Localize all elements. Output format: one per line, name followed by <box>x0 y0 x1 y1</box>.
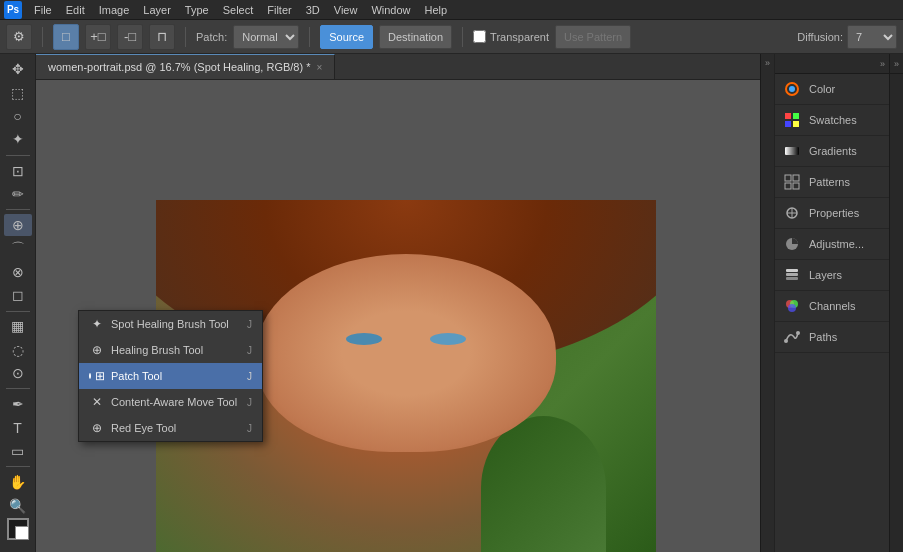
tool-sep5 <box>6 466 30 467</box>
patch-intersect-btn[interactable]: ⊓ <box>149 24 175 50</box>
menu-view[interactable]: View <box>328 2 364 18</box>
svg-rect-2 <box>785 113 791 119</box>
menu-edit[interactable]: Edit <box>60 2 91 18</box>
menu-3d[interactable]: 3D <box>300 2 326 18</box>
source-btn[interactable]: Source <box>320 25 373 49</box>
panel-swatches[interactable]: Swatches <box>775 105 889 136</box>
tool-sep4 <box>6 388 30 389</box>
ctx-spot-healing[interactable]: ✦ Spot Healing Brush Tool J <box>79 311 262 337</box>
panel-properties[interactable]: Properties <box>775 198 889 229</box>
menu-select[interactable]: Select <box>217 2 260 18</box>
collapse-left-icon: » <box>765 58 770 68</box>
tab-bar: women-portrait.psd @ 16.7% (Spot Healing… <box>36 54 760 80</box>
main-area: ✥ ⬚ ○ ✦ ⊡ ✏ ⊕ ⌒ ⊗ ◻ ▦ ◌ ⊙ ✒ T ▭ ✋ 🔍 wome… <box>0 54 903 552</box>
burn-tool[interactable]: ⊙ <box>4 362 32 384</box>
panel-layers[interactable]: Layers <box>775 260 889 291</box>
tool-sep3 <box>6 311 30 312</box>
eyedropper-tool[interactable]: ✏ <box>4 183 32 205</box>
far-right-panel[interactable]: » <box>889 54 903 552</box>
tool-preset-btn[interactable]: ⚙ <box>6 24 32 50</box>
shape-tool[interactable]: ▭ <box>4 440 32 462</box>
svg-rect-8 <box>793 175 799 181</box>
patch-add-btn[interactable]: +□ <box>85 24 111 50</box>
patch-label: Patch: <box>196 31 227 43</box>
foreground-color[interactable] <box>7 518 29 540</box>
portrait-face <box>256 254 556 452</box>
pen-tool[interactable]: ✒ <box>4 393 32 415</box>
panel-collapse-icon[interactable]: » <box>880 59 885 69</box>
patch-shape-btn[interactable]: □ <box>53 24 79 50</box>
transparent-wrap: Transparent <box>473 30 549 43</box>
panel-collapse-left[interactable]: » <box>760 54 774 552</box>
right-panel: » Color Swatches Gradients Patterns <box>774 54 889 552</box>
destination-btn[interactable]: Destination <box>379 25 452 49</box>
patterns-icon <box>783 173 801 191</box>
crop-tool[interactable]: ⊡ <box>4 159 32 181</box>
patch-mode-select[interactable]: Normal <box>233 25 299 49</box>
svg-rect-5 <box>793 121 799 127</box>
svg-rect-10 <box>793 183 799 189</box>
background-color[interactable] <box>15 526 29 540</box>
svg-rect-4 <box>785 121 791 127</box>
adjustments-label: Adjustme... <box>809 238 864 250</box>
swatches-icon <box>783 111 801 129</box>
canvas-view[interactable]: ✦ Spot Healing Brush Tool J ⊕ Healing Br… <box>36 80 760 552</box>
ctx-content-aware[interactable]: ✕ Content-Aware Move Tool J <box>79 389 262 415</box>
diffusion-select[interactable]: 7 <box>847 25 897 49</box>
panel-gradients[interactable]: Gradients <box>775 136 889 167</box>
ctx-content-aware-shortcut: J <box>247 397 252 408</box>
use-pattern-btn[interactable]: Use Pattern <box>555 25 631 49</box>
ctx-red-eye-label: Red Eye Tool <box>111 422 176 434</box>
hand-tool[interactable]: ✋ <box>4 471 32 493</box>
select-rect-tool[interactable]: ⬚ <box>4 81 32 103</box>
layers-label: Layers <box>809 269 842 281</box>
menu-file[interactable]: File <box>28 2 58 18</box>
menu-window[interactable]: Window <box>365 2 416 18</box>
ctx-spot-healing-label: Spot Healing Brush Tool <box>111 318 229 330</box>
paths-label: Paths <box>809 331 837 343</box>
diffusion-wrap: Diffusion: 7 <box>797 25 897 49</box>
menu-image[interactable]: Image <box>93 2 136 18</box>
transparent-checkbox[interactable] <box>473 30 486 43</box>
panel-patterns[interactable]: Patterns <box>775 167 889 198</box>
far-right-collapse-icon[interactable]: » <box>894 59 899 69</box>
clone-tool[interactable]: ⊗ <box>4 261 32 283</box>
eraser-tool[interactable]: ◻ <box>4 284 32 306</box>
ctx-patch[interactable]: ⊞ Patch Tool J <box>79 363 262 389</box>
ctx-healing-label: Healing Brush Tool <box>111 344 203 356</box>
patterns-label: Patterns <box>809 176 850 188</box>
transparent-label: Transparent <box>490 31 549 43</box>
patch-sub-btn[interactable]: -□ <box>117 24 143 50</box>
panel-color[interactable]: Color <box>775 74 889 105</box>
menu-filter[interactable]: Filter <box>261 2 297 18</box>
document-tab[interactable]: women-portrait.psd @ 16.7% (Spot Healing… <box>36 54 335 79</box>
panel-adjustments[interactable]: Adjustme... <box>775 229 889 260</box>
svg-rect-17 <box>786 269 798 272</box>
ctx-red-eye[interactable]: ⊕ Red Eye Tool J <box>79 415 262 441</box>
blur-tool[interactable]: ◌ <box>4 339 32 361</box>
lasso-tool[interactable]: ○ <box>4 105 32 127</box>
color-label: Color <box>809 83 835 95</box>
gradients-icon <box>783 142 801 160</box>
spot-heal-tool[interactable]: ⊕ <box>4 214 32 236</box>
panel-paths[interactable]: Paths <box>775 322 889 353</box>
menu-type[interactable]: Type <box>179 2 215 18</box>
tab-title: women-portrait.psd @ 16.7% (Spot Healing… <box>48 61 310 73</box>
ctx-healing[interactable]: ⊕ Healing Brush Tool J <box>79 337 262 363</box>
diffusion-label: Diffusion: <box>797 31 843 43</box>
menu-help[interactable]: Help <box>419 2 454 18</box>
magic-wand-tool[interactable]: ✦ <box>4 128 32 150</box>
zoom-tool[interactable]: 🔍 <box>4 495 32 517</box>
svg-rect-15 <box>786 277 798 280</box>
menu-layer[interactable]: Layer <box>137 2 177 18</box>
tab-close-btn[interactable]: × <box>316 62 322 73</box>
brush-tool[interactable]: ⌒ <box>4 237 32 259</box>
type-tool[interactable]: T <box>4 417 32 439</box>
ctx-healing-shortcut: J <box>247 345 252 356</box>
svg-rect-7 <box>785 175 791 181</box>
options-bar: ⚙ □ +□ -□ ⊓ Patch: Normal Source Destina… <box>0 20 903 54</box>
svg-point-22 <box>796 331 800 335</box>
gradient-tool[interactable]: ▦ <box>4 315 32 337</box>
panel-channels[interactable]: Channels <box>775 291 889 322</box>
move-tool[interactable]: ✥ <box>4 58 32 80</box>
